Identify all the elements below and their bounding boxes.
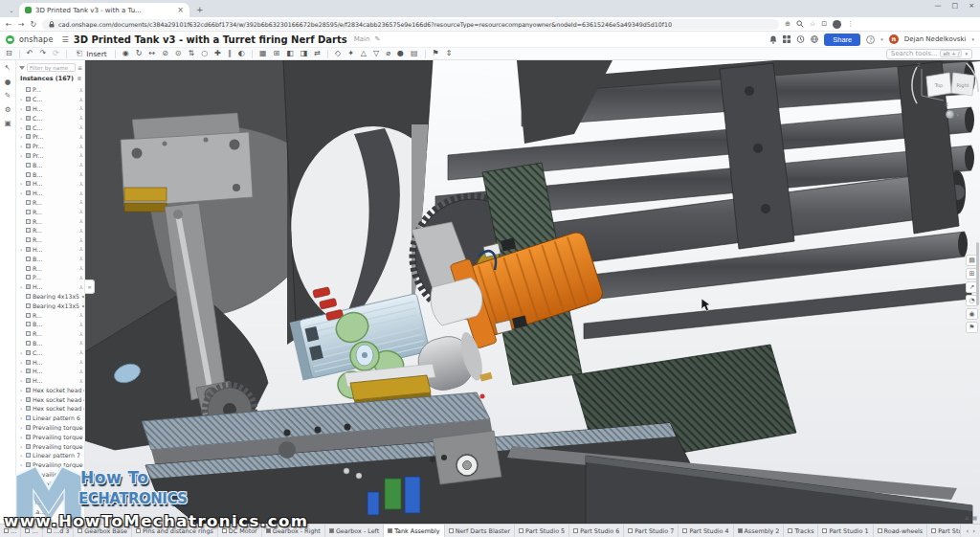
settings-gear-icon[interactable]: ⚙ (5, 106, 11, 114)
expand-chevron-icon[interactable]: › (20, 414, 24, 421)
tree-item[interactable]: ›H...Y (16, 245, 84, 255)
window-minimize-button[interactable]: — (935, 2, 942, 10)
toolbar-section-view-icon[interactable]: ▽ (371, 50, 381, 57)
display-options-icon[interactable]: ▣ (4, 120, 11, 127)
tree-item[interactable]: ›Pr...Y (16, 132, 84, 142)
branch-label[interactable]: Main (354, 35, 370, 43)
toolbar-fastened-icon[interactable]: ✚ (212, 50, 223, 57)
document-tab[interactable]: Nerf Darts Blaster (445, 525, 515, 537)
toolbar-parallel-icon[interactable]: ∥ (226, 50, 234, 57)
tree-item[interactable]: ›C...Y (16, 95, 84, 104)
document-tab[interactable]: Tracks (784, 525, 818, 537)
toolbar-snapshot-icon[interactable]: ◇ (333, 50, 343, 57)
tank-3d-model-canvas[interactable]: Top Right Z X (0, 60, 980, 524)
toolbar-named-positions-icon[interactable]: △ (359, 50, 368, 57)
toolbar-sync-icon[interactable]: ⟳ (51, 50, 61, 57)
help-button[interactable]: ? (866, 35, 875, 44)
apps-grid-icon[interactable] (783, 35, 791, 43)
expand-chevron-icon[interactable]: › (20, 152, 24, 159)
orientation-caret-icon[interactable]: ▾ (956, 112, 959, 118)
browser-menu-icon[interactable]: ⋮ (847, 20, 854, 28)
tree-item[interactable]: ›Prevailing torque n... (16, 441, 84, 451)
expand-chevron-icon[interactable]: › (20, 434, 24, 440)
document-tab[interactable]: Road-wheels (874, 525, 928, 537)
tree-item[interactable]: R...Y (16, 310, 84, 320)
tree-item[interactable]: ›Pr...Y (16, 142, 84, 151)
toolbar-group-icon[interactable]: ▦ (257, 50, 269, 57)
back-button[interactable]: ← (6, 20, 12, 29)
toolbar-replicate-icon[interactable]: ⇄ (312, 50, 323, 57)
expand-chevron-icon[interactable]: › (20, 387, 24, 393)
tree-item[interactable]: Bearing 4x13x5 <3... (16, 301, 84, 310)
dock-mini-icons[interactable]: ⌂▤ (966, 514, 977, 521)
tree-item[interactable]: ›H...Y (16, 376, 84, 386)
tree-item[interactable]: R...Y (16, 263, 84, 273)
tree-item[interactable]: R...Y (16, 329, 84, 339)
tree-item[interactable]: ›H...Y (16, 179, 84, 189)
bookmark-star-icon[interactable]: ☆ (810, 20, 815, 28)
toolbar-linear-pattern-icon[interactable]: ⊞ (271, 50, 281, 57)
toolbar-circular-pattern-icon[interactable]: ◧ (284, 50, 296, 57)
tree-item[interactable]: B...Y (16, 254, 84, 263)
tab-close-icon[interactable]: × (177, 6, 184, 14)
toolbar-tangent-icon[interactable]: ◐ (236, 50, 247, 57)
browser-profile-avatar[interactable] (833, 20, 841, 29)
tree-item[interactable]: ›Prevailing torque n... (16, 423, 84, 433)
tabs-scroll-right-button[interactable]: › (972, 527, 975, 535)
globe-icon[interactable] (811, 35, 818, 43)
search-icon[interactable] (796, 20, 804, 28)
filter-input[interactable]: Filter by name (27, 63, 76, 72)
dock-icon[interactable]: ⌂ (966, 514, 969, 521)
toolbar-explode-icon[interactable]: ✦ (345, 50, 356, 57)
document-tab[interactable]: Part Studio 6 (569, 525, 624, 537)
tree-item[interactable]: ›C...Y (16, 347, 84, 357)
expand-chevron-icon[interactable]: › (20, 349, 24, 356)
tree-item[interactable]: B...Y (16, 160, 84, 169)
document-tab[interactable]: Part Studio 5 (515, 525, 569, 537)
toolbar-slider-icon[interactable]: ↔ (146, 50, 157, 57)
tree-item[interactable]: ›C...Y (16, 123, 84, 132)
tree-item[interactable]: R...Y (16, 226, 84, 235)
expand-chevron-icon[interactable]: › (20, 133, 24, 140)
instances-header-icon[interactable]: ≣ (77, 76, 81, 81)
search-caret-icon[interactable]: ▾ (965, 51, 968, 56)
expand-chevron-icon[interactable]: › (20, 377, 24, 384)
orientation-sphere[interactable]: ▾ (946, 110, 959, 119)
tree-item[interactable]: R...Y (16, 235, 84, 245)
expand-chevron-icon[interactable]: › (20, 115, 24, 122)
toolbar-pin-slot-icon[interactable]: ⇅ (187, 50, 197, 57)
tree-item[interactable]: B...Y (16, 320, 84, 329)
expand-chevron-icon[interactable]: › (20, 124, 24, 131)
expand-chevron-icon[interactable]: › (20, 246, 24, 253)
document-tab[interactable]: Assembly 2 (734, 525, 785, 537)
toolbar-appearance-icon[interactable]: ● (395, 50, 406, 57)
tree-item[interactable]: ›Linear pattern 7 (16, 451, 84, 460)
help-caret-icon[interactable]: ▾ (880, 36, 883, 42)
window-maximize-button[interactable]: □ (952, 2, 959, 10)
appearances-button[interactable]: ◉ (966, 308, 978, 320)
search-tools-input[interactable]: Search tools... alt + / ▾ (886, 49, 972, 59)
tree-item[interactable]: ›Pr...Y (16, 151, 84, 161)
reload-button[interactable]: ↻ (30, 20, 36, 29)
expand-chevron-icon[interactable]: › (20, 96, 24, 102)
tree-item[interactable]: ›H...Y (16, 282, 84, 292)
document-tab[interactable]: Part Studio 3 (927, 525, 960, 537)
document-tab[interactable]: Tank Assembly (384, 525, 444, 537)
share-button[interactable]: Share (824, 34, 860, 46)
tree-item[interactable]: ›Hex socket head ca... (16, 386, 84, 395)
tree-item[interactable]: B...Y (16, 169, 84, 179)
user-menu-caret-icon[interactable]: ▾ (971, 36, 974, 42)
tree-item[interactable]: ›H...Y (16, 104, 84, 114)
tree-scrollbar[interactable] (976, 242, 979, 305)
tree-item[interactable]: R...Y (16, 198, 84, 208)
tree-item[interactable]: B...Y (16, 339, 84, 348)
toolbar-ball-icon[interactable]: ○ (199, 50, 210, 57)
toolbar-measure-icon[interactable]: ⌀ (384, 50, 392, 57)
expand-chevron-icon[interactable]: › (20, 190, 24, 196)
tree-options-icon[interactable]: ≡ (78, 64, 82, 71)
new-tab-button[interactable]: + (196, 5, 204, 14)
password-key-icon[interactable]: ⊕ (785, 20, 791, 28)
expand-chevron-icon[interactable]: › (20, 283, 24, 290)
expand-chevron-icon[interactable]: › (20, 105, 24, 112)
tree-item[interactable]: ›Prevailing torque n... (16, 432, 84, 441)
